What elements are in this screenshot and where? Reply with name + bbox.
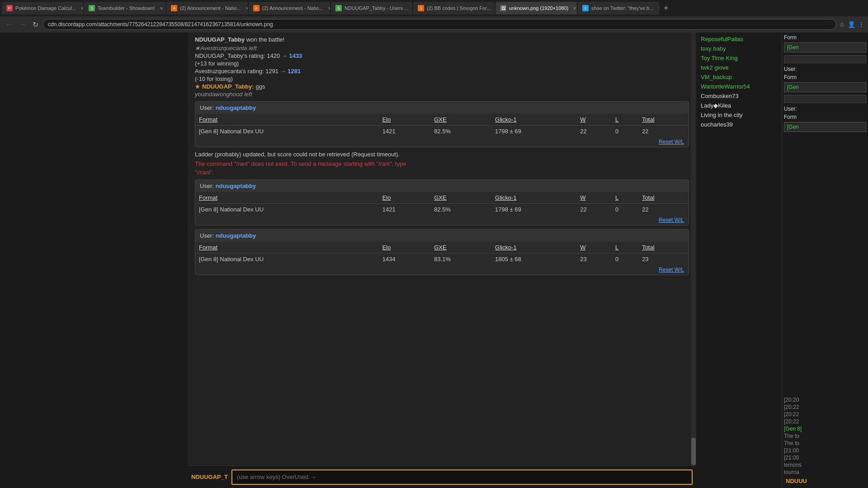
sidebar-item-toytime[interactable]: Toy Time King — [696, 53, 782, 63]
cell-l: 0 — [612, 253, 638, 265]
time-20-22b: [20:22 — [784, 411, 866, 418]
menu-icon[interactable]: ⋮ — [858, 21, 864, 28]
nav-bar: ← → ↻ cdn.discordapp.com/attachments/775… — [0, 16, 868, 33]
address-text: cdn.discordapp.com/attachments/775264212… — [48, 21, 273, 28]
reset-wl-link-1[interactable]: Reset W/L — [195, 137, 689, 147]
tab-label: (2) Announcement - Natio... — [180, 5, 241, 11]
sidebar-item-combusken[interactable]: Combusken73 — [696, 91, 782, 101]
reset-wl-link-3[interactable]: Reset W/L — [195, 265, 689, 275]
tab-close-icon[interactable]: ✕ — [328, 6, 330, 11]
form-label-3: Form — [784, 114, 866, 120]
table2-header: User: nduugaptabby — [195, 180, 689, 192]
cell-total: 22 — [638, 204, 689, 216]
reset-wl-link-2[interactable]: Reset W/L — [195, 215, 689, 225]
col-gxe: GXE — [430, 192, 491, 204]
sidebar-item-wartortle[interactable]: WartortleWarrior54 — [696, 82, 782, 91]
lemons-msg: lemons — [784, 461, 866, 469]
nduugap-gain-text: (+13 for winning) — [195, 60, 239, 67]
cell-gxe: 82.5% — [430, 126, 491, 137]
stats-table-2: User: nduugaptabby Format Elo GXE Glicko… — [195, 179, 689, 225]
scrollbar-thumb[interactable] — [691, 438, 696, 465]
col-w: W — [576, 242, 612, 253]
aves-rating-text: Avestruzquecanta's rating: 1291 — [195, 68, 280, 75]
nav-icons: ☆ 👤 ⋮ — [839, 21, 864, 28]
cell-format: [Gen 8] National Dex UU — [195, 204, 379, 216]
bookmark-icon[interactable]: ☆ — [839, 21, 845, 28]
table2-header-row: Format Elo GXE Glicko-1 W L Total — [195, 192, 689, 204]
tab-close-icon[interactable]: ✕ — [658, 6, 659, 11]
sidebar-right-panel: Form [Gen User: Form [Gen User: Form [Ge… — [782, 33, 868, 488]
nduugap-new-rating: 1433 — [289, 52, 302, 59]
tab-twitter[interactable]: t shoe on Twitter: "they've b... ✕ — [578, 2, 659, 14]
tab-bar: P Pokémon Damage Calcul... ✕ S Teambuild… — [0, 0, 868, 16]
tab-teambuilder[interactable]: S Teambuilder - Showdown! ✕ — [84, 2, 165, 14]
time-21-00a: [21:00 — [784, 447, 866, 454]
back-button[interactable]: ← — [4, 19, 14, 29]
table2-username: nduugaptabby — [216, 183, 256, 189]
sidebar-item-twk2[interactable]: twk2 giove — [696, 63, 782, 72]
tab-close-icon[interactable]: ✕ — [245, 6, 248, 11]
tab-close-icon[interactable]: ✕ — [80, 6, 83, 11]
nduugap-rating: NDUUGAP_Tabby's rating: 1420 → 1433 — [195, 52, 689, 59]
profile-icon[interactable]: 👤 — [848, 21, 855, 28]
tab-unknown-active[interactable]: 🖼 unknown.png (868×488) ✕ — [495, 2, 577, 14]
tab-label: NDUUGAP_Tabby - Users ... — [344, 5, 408, 11]
form-label-2: Form — [784, 74, 866, 80]
ggs-text: ggs — [256, 83, 265, 90]
sidebar-item-oucharles[interactable]: oucharles39 — [696, 120, 782, 129]
gen-label-1: [Gen — [787, 44, 799, 51]
col-total: Total — [638, 114, 689, 126]
col-format: Format — [195, 192, 379, 204]
address-bar[interactable]: cdn.discordapp.com/attachments/775264212… — [43, 19, 836, 30]
tab-label: Pokémon Damage Calcul... — [15, 5, 76, 11]
tab-announcement2[interactable]: A (2) Announcement - Natio... ✕ — [249, 2, 330, 14]
tab-pokemon[interactable]: P Pokémon Damage Calcul... ✕ — [2, 2, 83, 14]
left-panel — [0, 33, 188, 488]
table3-header: User: nduugaptabby — [195, 230, 689, 242]
tab-bbcodes[interactable]: S (2) BB codes | Smogon For... ✕ — [413, 2, 495, 14]
avestruz-left-msg: ★Avestruzquecanta left — [195, 45, 689, 52]
chat-input-field[interactable] — [231, 469, 693, 485]
main-layout: NDUUGAP_Tabby won the battle! ★Avestruzq… — [0, 33, 868, 488]
tab-nduugap[interactable]: S NDUUGAP_Tabby - Users ... ✕ — [331, 2, 412, 14]
new-tab-button[interactable]: + — [660, 4, 672, 13]
cell-l: 0 — [612, 204, 638, 216]
tab-label: Teambuilder - Showdown! — [98, 5, 155, 11]
user-label-1: User: — [784, 66, 866, 72]
col-elo: Elo — [379, 242, 431, 253]
tab-announcement1[interactable]: A (2) Announcement - Natio... ✕ — [166, 2, 248, 14]
error-message-1: The command "/ranl" does not exist. To s… — [195, 160, 689, 167]
nduugap-username: NDUUGAP_Tabby: — [202, 83, 254, 90]
col-l: L — [612, 242, 638, 253]
arrow-icon2: → — [280, 68, 286, 75]
col-glicko: Glicko-1 — [491, 242, 576, 253]
forward-button[interactable]: → — [17, 19, 28, 29]
table-row: [Gen 8] National Dex UU 1421 82.5% 1798 … — [195, 126, 689, 137]
stats-table-3: User: nduugaptabby Format Elo GXE Glicko… — [195, 229, 689, 275]
youinda-left-msg: youindawonghood left — [195, 91, 689, 98]
scrollbar[interactable] — [691, 33, 696, 465]
cell-elo: 1421 — [379, 204, 431, 216]
tab-close-icon[interactable]: ✕ — [573, 6, 576, 11]
table-row: [Gen 8] National Dex UU 1434 83.1% 1805 … — [195, 253, 689, 265]
sidebar-item-reposeful[interactable]: ReposefulPallas — [696, 34, 782, 44]
gen8-msg: [Gen 8] — [784, 425, 866, 432]
col-gxe: GXE — [430, 242, 491, 253]
tab-close-icon[interactable]: ✕ — [160, 6, 163, 11]
cell-w: 22 — [576, 126, 612, 137]
sidebar-item-lady[interactable]: Lady◆Kilea — [696, 101, 782, 110]
form-label-1: Form — [784, 34, 866, 41]
time-20-20: [20:20 — [784, 396, 866, 404]
reload-button[interactable]: ↻ — [31, 19, 40, 30]
cell-glicko: 1798 ± 69 — [491, 126, 576, 137]
sidebar-item-vm[interactable]: VM_backup — [696, 72, 782, 82]
input-username-label: NDUUGAP_T — [191, 474, 228, 480]
col-total: Total — [638, 242, 689, 253]
tab-label: unknown.png (868×488) — [509, 5, 568, 11]
sidebar-item-living[interactable]: Living in the city — [696, 110, 782, 120]
table3-data: Format Elo GXE Glicko-1 W L Total [Gen 8… — [195, 242, 689, 265]
sidebar-item-toxy[interactable]: toxy baby — [696, 44, 782, 53]
tab-label: (2) BB codes | Smogon For... — [427, 5, 491, 11]
gen-label-3: [Gen — [787, 124, 799, 130]
nduugap-rating-text: NDUUGAP_Tabby's rating: 1420 — [195, 52, 282, 59]
